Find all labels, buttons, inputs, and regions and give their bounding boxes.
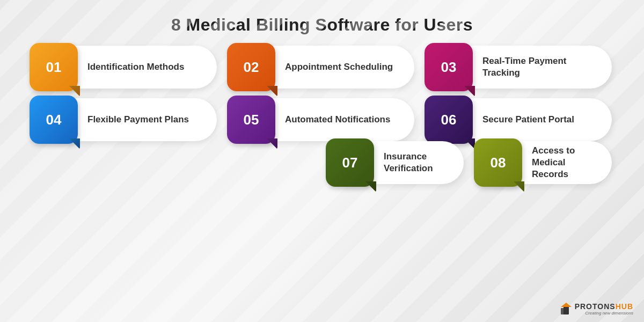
item-badge: 07 [326, 138, 374, 187]
item-label: Automated Notifications [275, 114, 414, 126]
logo: PROTONSHUB Creating new dimensions [560, 302, 633, 316]
item-label: Insurance Verification [374, 151, 464, 174]
list-item: 07 Insurance Verification [328, 141, 464, 184]
item-label: Access to Medical Records [522, 145, 612, 180]
list-item: 06 Secure Patient Portal [427, 98, 612, 141]
logo-icon [560, 303, 573, 316]
list-item: 05 Automated Notifications [230, 98, 414, 141]
svg-marker-2 [561, 303, 572, 307]
item-badge: 08 [474, 138, 522, 187]
item-label: Appointment Scheduling [275, 61, 414, 73]
items-grid: 01 Identification Methods 02 Appointment… [0, 46, 644, 141]
svg-rect-1 [564, 306, 569, 314]
bottom-row: 07 Insurance Verification 08 Access to M… [0, 141, 644, 184]
list-item: 02 Appointment Scheduling [230, 46, 414, 89]
item-label: Real-Time Payment Tracking [473, 55, 612, 79]
item-badge: 03 [425, 43, 473, 91]
list-item: 01 Identification Methods [32, 46, 217, 89]
item-badge: 02 [227, 43, 275, 91]
item-badge: 06 [425, 96, 473, 144]
logo-tagline: Creating new dimensions [575, 311, 633, 316]
item-label: Flexible Payment Plans [78, 114, 217, 126]
list-item: 03 Real-Time Payment Tracking [427, 46, 612, 89]
item-badge: 01 [30, 43, 78, 91]
item-badge: 04 [30, 96, 78, 144]
item-label: Identification Methods [78, 61, 217, 73]
item-badge: 05 [227, 96, 275, 144]
logo-brand: PROTONSHUB [575, 302, 633, 311]
list-item: 04 Flexible Payment Plans [32, 98, 217, 141]
list-item: 08 Access to Medical Records [477, 141, 612, 184]
page-title: 8 Medical Billing Software for Users [0, 0, 644, 46]
item-label: Secure Patient Portal [473, 114, 612, 126]
